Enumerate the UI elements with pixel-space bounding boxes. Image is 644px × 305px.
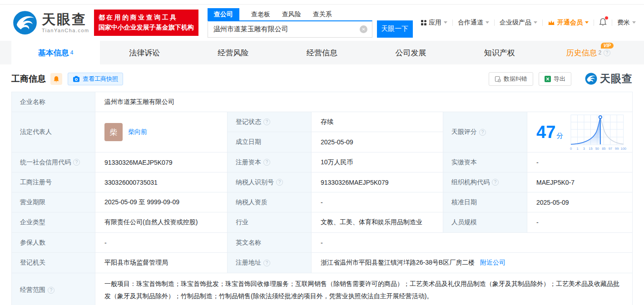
paid-capital-value: - — [527, 152, 633, 172]
search-tab-boss[interactable]: 查老板 — [251, 8, 270, 20]
logo-domain-text: TianYanCha.com — [42, 28, 89, 33]
help-icon[interactable] — [263, 118, 270, 125]
slogan-line1: 都在用的商业查询工具 — [99, 13, 194, 23]
score-distribution-chart: 0 1 3 15 50 85 97 99 100 — [568, 113, 628, 151]
chevron-down-icon — [485, 19, 489, 27]
svg-text:85: 85 — [602, 147, 605, 151]
score-marker — [599, 116, 602, 118]
correction-button-label: 数据纠错 — [504, 75, 527, 83]
svg-text:3: 3 — [583, 147, 585, 151]
field-label: 成立日期 — [236, 138, 261, 146]
tab-intellectual-property[interactable]: 知识产权 — [455, 41, 544, 64]
svg-text:0: 0 — [570, 147, 572, 151]
field-label: 组织机构代码 — [451, 178, 490, 187]
legal-rep-avatar[interactable]: 柴 — [104, 123, 123, 141]
business-term-value: 2025-05-09 至 9999-09-09 — [95, 192, 228, 212]
nav-separator — [594, 20, 594, 26]
field-label: 英文名称 — [236, 239, 261, 247]
org-code-value: MAEJP5K0-7 — [527, 172, 633, 192]
help-icon[interactable] — [604, 49, 610, 56]
score-unit: 分 — [556, 132, 563, 139]
tianyancha-logo[interactable]: 天眼查 TianYanCha.com — [13, 10, 89, 35]
help-icon[interactable] — [48, 287, 54, 294]
logo-brand-text: 天眼查 — [42, 13, 89, 26]
staff-size-value: - — [527, 212, 633, 233]
apps-grid-icon — [421, 20, 426, 25]
search-submit-button[interactable]: 天眼一下 — [377, 20, 413, 38]
reg-number-value: 330326000735031 — [95, 172, 228, 192]
company-tab-bar: 基本信息4 法律诉讼 经营风险 经营信息 公司发展 知识产权 VIP 历史信息2 — [0, 41, 644, 64]
tab-history-info[interactable]: VIP 历史信息2 — [544, 41, 633, 64]
status-badge: 存续 — [312, 112, 443, 132]
nearby-companies-link[interactable]: 附近公司 — [480, 259, 505, 266]
tab-label: 公司发展 — [395, 48, 426, 58]
score-value: 47 — [536, 123, 555, 142]
chevron-down-icon — [585, 19, 589, 27]
table-row: 工商注册号 330326000735031 纳税人识别号 91330326MAE… — [12, 172, 633, 192]
watermark-text: 天眼查 — [600, 72, 633, 86]
legal-rep-link[interactable]: 柴向前 — [128, 128, 147, 136]
tianyancha-swirl-icon — [585, 73, 597, 85]
crown-icon — [548, 20, 555, 26]
slogan-line2: 国家中小企业发展子基金旗下机构 — [99, 23, 194, 33]
tab-label: 法律诉讼 — [129, 48, 160, 58]
tab-count-badge: 2 — [598, 49, 601, 56]
tab-operating-risk[interactable]: 经营风险 — [189, 41, 277, 64]
company-type-value: 有限责任公司(自然人投资或控股) — [95, 212, 228, 233]
nav-user[interactable]: 费米 — [617, 19, 636, 27]
search-tab-risk[interactable]: 查风险 — [282, 8, 301, 20]
clear-search-icon[interactable] — [360, 25, 367, 33]
tab-basic-info[interactable]: 基本信息4 — [11, 41, 100, 64]
field-label: 注册地址 — [236, 259, 261, 267]
help-icon[interactable] — [263, 260, 270, 266]
svg-text:15: 15 — [589, 147, 593, 151]
tab-label: 基本信息 — [38, 48, 69, 58]
field-label: 法定代表人 — [20, 128, 52, 136]
help-icon[interactable] — [263, 159, 270, 166]
data-correction-button[interactable]: 数据纠错 — [489, 72, 533, 86]
field-label: 工商注册号 — [20, 178, 52, 187]
search-tab-company[interactable]: 查公司 — [208, 8, 239, 20]
tab-count-badge: 4 — [70, 49, 74, 56]
nav-separator — [612, 20, 612, 26]
tianyan-score: 47分 — [536, 113, 628, 151]
subscribe-bell-icon[interactable] — [50, 73, 62, 85]
nav-separator — [542, 20, 543, 26]
nav-apps[interactable]: 应用 — [421, 19, 447, 27]
chevron-down-icon — [444, 19, 447, 27]
insured-count-value: - — [95, 233, 228, 253]
search-tab-relation[interactable]: 查关系 — [313, 8, 332, 20]
search-input[interactable] — [208, 25, 360, 33]
help-icon[interactable] — [492, 179, 499, 186]
nav-enterprise-label: 企业级产品 — [500, 19, 531, 27]
export-button[interactable]: 导出 — [539, 72, 571, 86]
chevron-down-icon — [632, 19, 636, 27]
notification-bell-icon[interactable] — [599, 18, 607, 28]
nav-vip-membership[interactable]: 开通会员 — [548, 19, 589, 27]
field-label: 参保人数 — [20, 239, 45, 247]
table-row: 企业名称 温州市道莱玉雕有限公司 — [12, 92, 633, 112]
field-label: 企业类型 — [20, 218, 45, 226]
field-label: 营业期限 — [20, 198, 45, 207]
field-label: 行业 — [236, 218, 248, 226]
nav-apps-label: 应用 — [429, 19, 441, 27]
help-icon[interactable] — [479, 129, 486, 136]
help-icon[interactable] — [276, 179, 283, 186]
industry-value: 文教、工美、体育和娱乐用品制造业 — [312, 212, 443, 233]
svg-text:97: 97 — [609, 147, 612, 151]
notification-dot — [605, 16, 608, 20]
taxpayer-id-value: 91330326MAEJP5K079 — [312, 172, 443, 192]
field-label: 纳税人资质 — [236, 198, 268, 207]
business-info-header: 工商信息 查看工商快照 数据纠错 导出 — [11, 72, 633, 86]
nav-partners[interactable]: 合作通道 — [458, 19, 489, 27]
snapshot-button[interactable]: 查看工商快照 — [68, 73, 123, 85]
tab-company-development[interactable]: 公司发展 — [367, 41, 455, 64]
field-label: 实缴资本 — [451, 158, 477, 167]
tab-legal-proceedings[interactable]: 法律诉讼 — [100, 41, 188, 64]
tab-operating-info[interactable]: 经营信息 — [277, 41, 366, 64]
search-module: 查公司 查老板 查风险 查关系 天眼一下 — [208, 8, 413, 38]
nav-enterprise[interactable]: 企业级产品 — [500, 19, 537, 27]
english-name-value: - — [312, 233, 633, 253]
field-label: 登记状态 — [236, 118, 261, 126]
help-icon[interactable] — [73, 159, 80, 166]
